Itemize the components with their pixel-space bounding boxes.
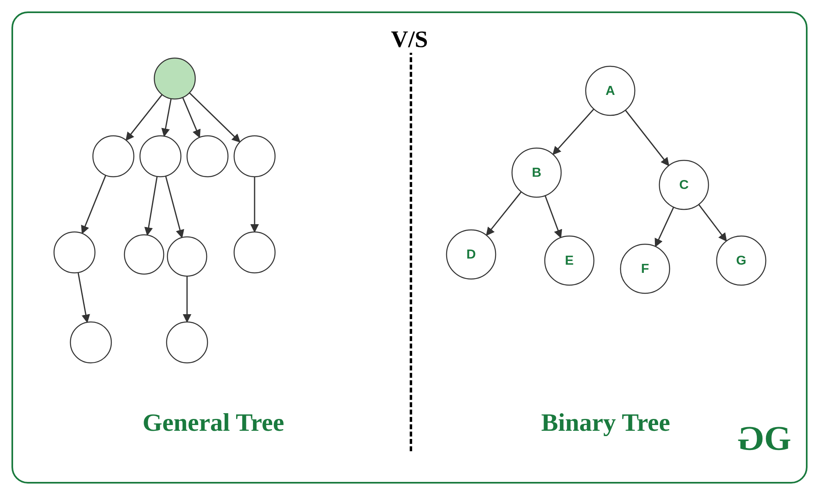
general-tree-edge: [78, 272, 87, 322]
general-tree-edge: [126, 94, 162, 140]
binary-tree-node: A: [586, 66, 635, 115]
diagram-root: V/S General Tree ABCDEFG Binary Tree GG: [0, 0, 819, 504]
general-tree-edge: [190, 93, 240, 142]
general-tree-panel: General Tree: [25, 25, 402, 470]
vertical-divider: [410, 50, 412, 451]
binary-tree-edge: [545, 196, 560, 238]
binary-tree-node-label: D: [466, 247, 476, 261]
binary-tree-node: G: [717, 236, 766, 285]
general-tree-node: [124, 235, 164, 274]
binary-tree-node: F: [620, 244, 670, 293]
general-tree-edge: [147, 176, 157, 235]
binary-tree-edge: [699, 205, 726, 241]
binary-tree-edge: [553, 109, 594, 155]
general-tree-node: [54, 232, 95, 273]
binary-tree-panel: ABCDEFG Binary Tree: [418, 25, 794, 470]
general-tree-node: [93, 136, 134, 177]
general-tree-edge: [164, 99, 171, 136]
general-tree-node-circle: [167, 237, 207, 276]
general-tree-node-circle: [70, 322, 111, 363]
binary-tree-edge: [655, 207, 674, 246]
vs-title: V/S: [384, 25, 435, 53]
general-tree-node: [167, 237, 207, 276]
binary-tree-node-label: E: [565, 253, 573, 268]
general-tree-node: [70, 322, 111, 363]
general-tree-node-circle: [93, 136, 134, 177]
general-tree-svg: [25, 25, 410, 394]
general-tree-node-circle: [124, 235, 164, 274]
binary-tree-svg: ABCDEFG: [418, 25, 803, 394]
binary-tree-edge: [486, 192, 521, 235]
general-tree-node: [234, 232, 275, 273]
general-tree-edge: [183, 97, 199, 137]
binary-tree-node-label: C: [679, 177, 688, 192]
binary-tree-node: E: [545, 236, 594, 285]
general-tree-node-circle: [234, 232, 275, 273]
binary-tree-node: C: [659, 160, 708, 209]
general-tree-node-circle: [187, 136, 228, 177]
general-tree-node: [234, 136, 275, 177]
binary-tree-caption: Binary Tree: [418, 408, 794, 437]
general-tree-node: [140, 136, 181, 177]
binary-tree-node-label: B: [532, 165, 541, 180]
frame-border: V/S General Tree ABCDEFG Binary Tree GG: [11, 11, 808, 484]
general-tree-edge: [82, 175, 106, 233]
general-tree-node-circle: [167, 322, 208, 363]
general-tree-node-circle: [154, 58, 195, 99]
general-tree-node: [154, 58, 195, 99]
general-tree-node-circle: [140, 136, 181, 177]
general-tree-caption: General Tree: [25, 408, 402, 437]
general-tree-node: [187, 136, 228, 177]
gfg-logo: GG: [742, 418, 786, 458]
general-tree-edge: [166, 176, 182, 237]
binary-tree-node-label: F: [641, 261, 649, 276]
general-tree-node-circle: [54, 232, 95, 273]
binary-tree-node-label: A: [605, 83, 615, 98]
binary-tree-edge: [625, 110, 668, 165]
general-tree-node-circle: [234, 136, 275, 177]
binary-tree-node: B: [512, 148, 561, 197]
general-tree-node: [167, 322, 208, 363]
binary-tree-node-label: G: [736, 253, 746, 268]
binary-tree-node: D: [447, 230, 496, 279]
